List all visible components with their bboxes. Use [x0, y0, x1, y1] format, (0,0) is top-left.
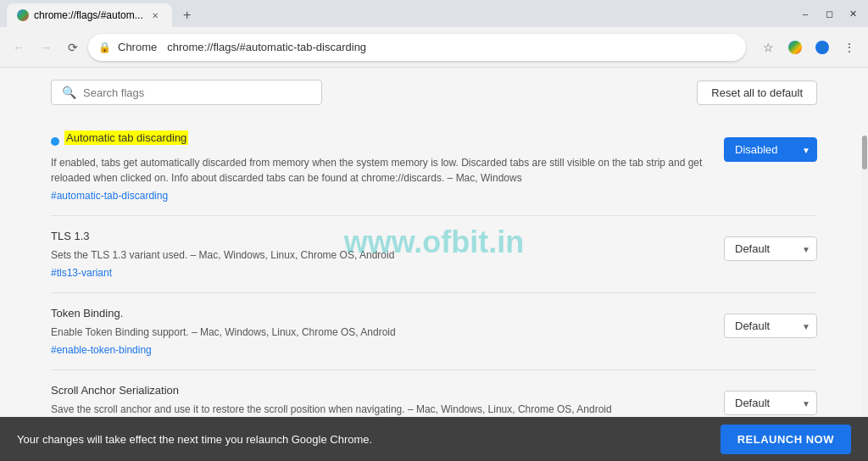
select-wrapper[interactable]: Default Enabled Disabled ▼ — [724, 314, 817, 338]
restore-button[interactable]: ◻ — [821, 5, 837, 22]
chrome-label: Chrome — [118, 41, 157, 53]
flag-description: If enabled, tabs get automatically disca… — [51, 155, 710, 186]
flag-select-default[interactable]: Default Enabled Disabled — [724, 391, 817, 415]
tab-favicon-icon — [17, 9, 29, 21]
address-bar: ← → ⟳ 🔒 Chrome chrome://flags/#automatic… — [0, 27, 868, 68]
lock-icon: 🔒 — [98, 42, 111, 53]
relaunch-message: Your changes will take effect the next t… — [17, 433, 372, 446]
url-bold-part: flags — [213, 41, 236, 53]
select-wrapper[interactable]: Default Enabled Disabled ▼ — [724, 391, 817, 415]
scrollbar-thumb[interactable] — [862, 136, 867, 169]
new-tab-button[interactable]: + — [175, 3, 199, 27]
flag-item-token-binding: Token Binding. Enable Token Binding supp… — [51, 293, 817, 370]
omnibox-actions: ☆ 👤 ⋮ — [756, 36, 861, 59]
flag-link[interactable]: #tls13-variant — [51, 267, 112, 279]
scrollbar-track[interactable] — [861, 136, 868, 417]
reset-all-button[interactable]: Reset all to default — [697, 81, 817, 105]
main-content: 🔍 Reset all to default www.ofbit.in Auto… — [0, 68, 868, 417]
flag-title-row: Automatic tab discarding — [51, 131, 710, 150]
tab-strip: chrome://flags/#autom... ✕ + — [7, 0, 199, 27]
relaunch-button[interactable]: RELAUNCH NOW — [721, 425, 851, 454]
search-box[interactable]: 🔍 — [51, 80, 322, 105]
flag-description: Enable Token Binding support. – Mac, Win… — [51, 325, 710, 340]
title-bar: chrome://flags/#autom... ✕ + – ◻ ✕ — [0, 0, 868, 27]
flag-description: Save the scroll anchor and use it to res… — [51, 402, 710, 417]
flag-control[interactable]: Default Enabled Disabled ▼ — [724, 236, 817, 261]
select-wrapper[interactable]: Default Enabled Disabled ▼ — [724, 236, 817, 261]
flag-title: Scroll Anchor Serialization — [51, 384, 710, 397]
close-button[interactable]: ✕ — [844, 5, 861, 22]
flag-info: TLS 1.3 Sets the TLS 1.3 variant used. –… — [51, 230, 710, 279]
tab-close-button[interactable]: ✕ — [148, 8, 162, 22]
window-controls: – ◻ ✕ — [797, 5, 861, 22]
flag-select-disabled[interactable]: Disabled Default Enabled — [724, 137, 817, 162]
user-profile-button[interactable]: 👤 — [810, 36, 834, 59]
search-bar-row: 🔍 Reset all to default — [0, 68, 868, 117]
flag-select-default[interactable]: Default Enabled Disabled — [724, 314, 817, 338]
main-menu-button[interactable]: ⋮ — [837, 36, 861, 59]
flag-title: TLS 1.3 — [51, 230, 710, 242]
tab-label: chrome://flags/#autom... — [34, 9, 143, 21]
bookmark-button[interactable]: ☆ — [756, 36, 780, 59]
chrome-menu-button[interactable] — [783, 36, 807, 59]
flag-item-tls13: TLS 1.3 Sets the TLS 1.3 variant used. –… — [51, 216, 817, 293]
select-wrapper[interactable]: Disabled Default Enabled ▼ — [724, 137, 817, 162]
flags-list: Automatic tab discarding If enabled, tab… — [0, 117, 868, 417]
search-input[interactable] — [83, 86, 311, 99]
flag-title: Token Binding. — [51, 307, 710, 319]
flag-control[interactable]: Default Enabled Disabled ▼ — [724, 391, 817, 415]
reload-button[interactable]: ⟳ — [61, 36, 85, 59]
flag-control[interactable]: Default Enabled Disabled ▼ — [724, 314, 817, 338]
flag-info: Token Binding. Enable Token Binding supp… — [51, 307, 710, 356]
back-button[interactable]: ← — [7, 36, 31, 59]
minimize-button[interactable]: – — [797, 5, 814, 22]
flag-link[interactable]: #enable-token-binding — [51, 344, 152, 356]
bottom-bar: Your changes will take effect the next t… — [0, 417, 868, 461]
flag-title: Automatic tab discarding — [64, 131, 188, 145]
forward-button[interactable]: → — [34, 36, 58, 59]
flag-select-default[interactable]: Default Enabled Disabled — [724, 236, 817, 261]
flag-link[interactable]: #automatic-tab-discarding — [51, 190, 168, 202]
active-tab[interactable]: chrome://flags/#autom... ✕ — [7, 3, 172, 27]
search-icon: 🔍 — [62, 86, 76, 99]
url-display: chrome://flags/#automatic-tab-discarding — [167, 41, 366, 53]
flag-info: Automatic tab discarding If enabled, tab… — [51, 131, 710, 202]
flag-item-scroll-anchor: Scroll Anchor Serialization Save the scr… — [51, 370, 817, 417]
flag-control[interactable]: Disabled Default Enabled ▼ — [724, 137, 817, 162]
omnibox[interactable]: 🔒 Chrome chrome://flags/#automatic-tab-d… — [88, 34, 746, 61]
flag-info: Scroll Anchor Serialization Save the scr… — [51, 384, 710, 417]
flag-item-automatic-tab-discarding: Automatic tab discarding If enabled, tab… — [51, 117, 817, 216]
flag-description: Sets the TLS 1.3 variant used. – Mac, Wi… — [51, 247, 710, 263]
flag-bullet-icon — [51, 137, 59, 146]
